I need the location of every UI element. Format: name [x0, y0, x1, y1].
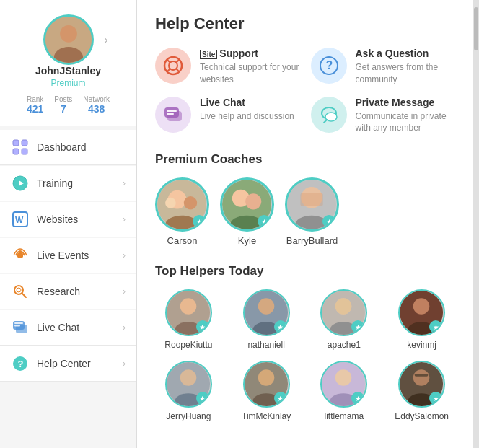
coach-avatar-kyle: ★ — [220, 177, 274, 232]
site-support-text: SiteSupport Technical support for your w… — [200, 48, 300, 86]
svg-rect-31 — [167, 111, 182, 121]
posts-label: Posts — [54, 95, 72, 103]
network-value: 438 — [83, 103, 110, 115]
helper-item-kevinmj[interactable]: ★ kevinmj — [388, 289, 455, 350]
helper-avatar-jerryhuang: ★ — [165, 361, 212, 408]
svg-line-26 — [167, 69, 170, 71]
sidebar-item-websites[interactable]: W Websites › — [0, 202, 136, 237]
helper-star-roopeKiuttu: ★ — [196, 320, 209, 333]
svg-point-69 — [335, 370, 352, 387]
posts-value: 7 — [54, 103, 72, 115]
private-message-title: Private Message — [356, 97, 456, 108]
sidebar-item-dashboard[interactable]: Dashboard — [0, 130, 136, 165]
private-message-text: Private Message Communicate in private w… — [356, 97, 456, 135]
coach-star-carson: ★ — [193, 215, 206, 228]
helper-avatar-apache1: ★ — [320, 289, 367, 336]
coach-name-barrybullard: BarryBullard — [286, 235, 338, 246]
site-badge: Site — [200, 50, 217, 59]
help-card-private-message[interactable]: Private Message Communicate in private w… — [311, 97, 456, 135]
sidebar-item-training[interactable]: Training › — [0, 166, 136, 201]
sidebar-item-live-chat[interactable]: Live Chat › — [0, 310, 136, 346]
helper-item-nathaniell[interactable]: ★ nathaniell — [233, 289, 300, 350]
sidebar-label-research: Research — [37, 286, 123, 297]
site-support-desc: Technical support for your websites — [200, 61, 300, 86]
live-chat-icon — [11, 318, 30, 337]
svg-rect-33 — [167, 113, 174, 115]
svg-text:?: ? — [325, 59, 333, 71]
premium-badge: Premium — [50, 78, 85, 88]
svg-line-14 — [22, 294, 27, 298]
helpers-section-title: Top Helpers Today — [155, 264, 455, 278]
ask-question-title: Ask a Question — [356, 48, 456, 59]
helper-item-jerryhuang[interactable]: ★ JerryHuang — [155, 361, 222, 421]
svg-rect-48 — [300, 193, 322, 206]
helper-name-littlemama: littlemama — [325, 411, 364, 421]
svg-rect-32 — [167, 110, 177, 112]
rank-label: Rank — [27, 95, 43, 103]
coach-item-barrybullard[interactable]: ★ BarryBullard — [285, 177, 339, 246]
help-card-site-support[interactable]: SiteSupport Technical support for your w… — [155, 48, 300, 86]
profile-section: › JohnJStanley Premium Rank 421 Posts 7 … — [0, 0, 136, 126]
helper-item-roopeKiuttu[interactable]: ★ RoopeKiuttu — [155, 289, 222, 350]
helper-name-jerryhuang: JerryHuang — [166, 411, 211, 421]
sidebar-item-research[interactable]: Research › — [0, 274, 136, 309]
svg-rect-19 — [14, 325, 20, 327]
coach-item-carson[interactable]: ★ Carson — [155, 177, 209, 246]
coach-name-kyle: Kyle — [238, 235, 256, 246]
sidebar-label-live-chat: Live Chat — [37, 322, 123, 333]
avatar[interactable] — [43, 14, 94, 65]
help-card-live-chat[interactable]: Live Chat Live help and discussion — [155, 97, 300, 135]
helper-item-littlemama[interactable]: ★ littlemama — [311, 361, 378, 421]
svg-point-58 — [335, 299, 352, 315]
helper-name-timmckinlay: TimMcKinlay — [242, 411, 291, 421]
svg-rect-74 — [415, 374, 429, 377]
sidebar-label-training: Training — [37, 177, 123, 189]
scrollbar-thumb — [474, 7, 478, 50]
training-icon — [11, 174, 30, 193]
svg-rect-4 — [22, 140, 27, 146]
sidebar-item-live-events[interactable]: Live Events › — [0, 238, 136, 273]
live-events-chevron-icon: › — [123, 250, 126, 260]
helper-avatar-littlemama: ★ — [320, 361, 367, 408]
helper-name-roopeKiuttu: RoopeKiuttu — [164, 340, 212, 350]
sidebar-label-live-events: Live Events — [37, 250, 123, 261]
help-card-ask-question[interactable]: ? Ask a Question Get answers from the co… — [311, 48, 456, 86]
sidebar-item-help-center[interactable]: ? Help Center › — [0, 346, 136, 382]
svg-line-24 — [167, 60, 170, 63]
helper-star-nathaniell: ★ — [274, 320, 287, 333]
coach-avatar-barrybullard: ★ — [285, 177, 339, 232]
help-cards-grid: SiteSupport Technical support for your w… — [155, 48, 455, 134]
helper-star-kevinmj: ★ — [429, 320, 442, 333]
svg-point-43 — [245, 194, 261, 210]
helper-star-eddysalomon: ★ — [429, 392, 442, 405]
svg-point-50 — [180, 299, 197, 315]
helper-star-apache1: ★ — [351, 320, 364, 333]
sidebar: › JohnJStanley Premium Rank 421 Posts 7 … — [0, 0, 137, 448]
scrollbar[interactable] — [473, 0, 479, 448]
coach-item-kyle[interactable]: ★ Kyle — [220, 177, 274, 246]
profile-chevron-icon[interactable]: › — [105, 34, 108, 45]
private-message-desc: Communicate in private with any member — [356, 110, 456, 135]
svg-line-27 — [176, 69, 179, 71]
username: JohnJStanley — [35, 65, 101, 76]
helper-item-apache1[interactable]: ★ apache1 — [311, 289, 378, 350]
svg-rect-6 — [22, 149, 27, 154]
svg-line-25 — [176, 60, 179, 63]
helper-item-timmckinlay[interactable]: ★ TimMcKinlay — [233, 361, 300, 421]
sidebar-label-help-center: Help Center — [37, 358, 123, 369]
help-center-icon: ? — [11, 354, 30, 373]
coach-star-kyle: ★ — [258, 215, 271, 228]
svg-point-15 — [17, 288, 21, 292]
svg-point-12 — [17, 252, 23, 258]
dashboard-icon — [11, 138, 30, 157]
help-center-chevron-icon: › — [123, 359, 126, 369]
svg-point-66 — [258, 370, 274, 387]
svg-point-72 — [413, 370, 430, 387]
posts-stat: Posts 7 — [54, 95, 72, 115]
svg-point-38 — [184, 196, 197, 209]
main-content: Help Center SiteSupport Technical suppor… — [137, 0, 473, 448]
page-title: Help Center — [155, 14, 455, 33]
helper-item-eddysalomon[interactable]: ★ EddySalomon — [388, 361, 455, 421]
network-stat: Network 438 — [83, 95, 110, 115]
coach-star-barrybullard: ★ — [322, 215, 335, 228]
